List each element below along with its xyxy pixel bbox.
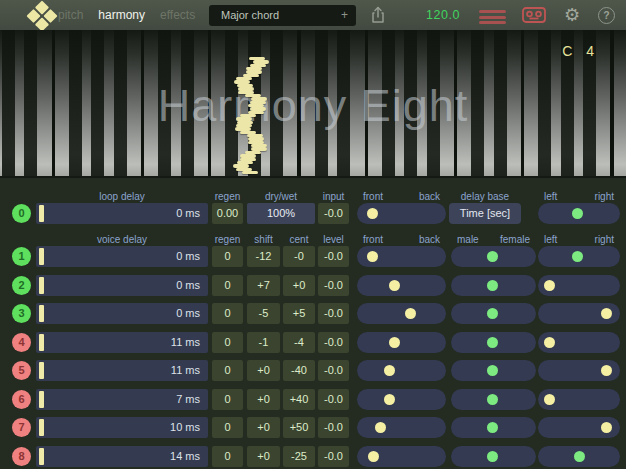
voice-index-badge[interactable]: 7 [12,418,31,437]
front-back-dot[interactable] [375,422,386,433]
regen-box[interactable]: 0 [212,332,243,353]
left-right-dot[interactable] [544,280,555,291]
front-back-dot[interactable] [405,308,416,319]
male-female-dot[interactable] [487,365,498,376]
slider-handle[interactable] [39,248,44,265]
left-right-pan[interactable] [538,417,620,438]
regen-box[interactable]: 0 [212,303,243,324]
left-right-pan[interactable] [538,332,620,353]
cent-box[interactable]: +5 [283,303,315,324]
slider-handle[interactable] [39,362,44,379]
male-female-pan[interactable] [451,303,536,324]
delay-base-button[interactable]: Time [sec] [449,203,521,224]
app-logo-icon[interactable] [26,0,57,31]
left-right-pan[interactable] [538,389,620,410]
tab-pitch[interactable]: pitch [58,8,83,22]
preset-add-icon[interactable]: + [341,5,348,26]
voice-index-badge[interactable]: 3 [12,304,31,323]
cent-box[interactable]: -40 [283,360,315,381]
front-back-dot[interactable] [367,208,378,219]
front-back-dot[interactable] [384,394,395,405]
voice-delay-slider[interactable]: 14 ms [36,446,208,467]
dry-wet-box[interactable]: 100% [247,203,315,224]
level-box[interactable]: -0.0 [318,275,349,296]
tempo-display[interactable]: 120.0 [419,0,467,30]
front-back-pan[interactable] [357,389,446,410]
level-box[interactable]: -0.0 [318,246,349,267]
left-right-pan[interactable] [538,446,620,467]
male-female-dot[interactable] [487,394,498,405]
tab-harmony[interactable]: harmony [98,8,145,22]
shift-box[interactable]: +0 [247,360,280,381]
level-box[interactable]: -0.0 [318,389,349,410]
male-female-pan[interactable] [451,446,536,467]
front-back-pan[interactable] [357,360,446,381]
male-female-pan[interactable] [451,389,536,410]
front-back-dot[interactable] [368,451,379,462]
slider-handle[interactable] [39,419,44,436]
front-back-pan[interactable] [357,275,446,296]
regen-box[interactable]: 0 [212,446,243,467]
left-right-dot[interactable] [601,365,612,376]
preset-dropdown[interactable]: Major chord + [209,5,356,26]
recorder-icon[interactable] [521,6,547,24]
menu-icon[interactable] [479,10,506,27]
male-female-dot[interactable] [487,422,498,433]
shift-box[interactable]: +0 [247,417,280,438]
slider-handle[interactable] [39,448,44,465]
gear-icon[interactable]: ⚙ [561,0,583,30]
cent-box[interactable]: -25 [283,446,315,467]
slider-handle[interactable] [39,334,44,351]
front-back-dot[interactable] [384,365,395,376]
left-right-dot[interactable] [572,208,583,219]
male-female-pan[interactable] [451,360,536,381]
left-right-pan[interactable] [538,203,620,224]
master-index-badge[interactable]: 0 [12,204,31,223]
left-right-dot[interactable] [572,251,583,262]
left-right-pan[interactable] [538,275,620,296]
shift-box[interactable]: +7 [247,275,280,296]
level-box[interactable]: -0.0 [318,417,349,438]
help-icon[interactable]: ? [598,7,615,24]
left-right-dot[interactable] [601,308,612,319]
front-back-dot[interactable] [389,337,400,348]
voice-index-badge[interactable]: 8 [12,447,31,466]
voice-delay-slider[interactable]: 7 ms [36,389,208,410]
level-box[interactable]: -0.0 [318,303,349,324]
front-back-pan[interactable] [357,417,446,438]
cent-box[interactable]: -0 [283,246,315,267]
slider-handle[interactable] [39,391,44,408]
regen-box[interactable]: 0 [212,417,243,438]
male-female-dot[interactable] [487,308,498,319]
front-back-pan[interactable] [357,303,446,324]
male-female-dot[interactable] [487,337,498,348]
voice-delay-slider[interactable]: 0 ms [36,303,208,324]
male-female-pan[interactable] [451,417,536,438]
shift-box[interactable]: -1 [247,332,280,353]
left-right-pan[interactable] [538,246,620,267]
regen-box[interactable]: 0 [212,275,243,296]
left-right-dot[interactable] [544,337,555,348]
voice-index-badge[interactable]: 6 [12,390,31,409]
regen-box[interactable]: 0 [212,246,243,267]
left-right-pan[interactable] [538,360,620,381]
left-right-dot[interactable] [544,394,555,405]
left-right-dot[interactable] [601,422,612,433]
left-right-dot[interactable] [574,451,585,462]
slider-handle[interactable] [39,305,44,322]
loop-delay-slider[interactable]: 0 ms [36,203,208,224]
shift-box[interactable]: -12 [247,246,280,267]
voice-delay-slider[interactable]: 0 ms [36,275,208,296]
voice-index-badge[interactable]: 1 [12,247,31,266]
left-right-pan[interactable] [538,303,620,324]
level-box[interactable]: -0.0 [318,332,349,353]
input-box[interactable]: -0.0 [318,203,349,224]
cent-box[interactable]: +0 [283,275,315,296]
front-back-dot[interactable] [367,251,378,262]
front-back-pan[interactable] [357,332,446,353]
tab-effects[interactable]: effects [160,8,195,22]
voice-delay-slider[interactable]: 10 ms [36,417,208,438]
front-back-pan[interactable] [357,246,446,267]
shift-box[interactable]: -5 [247,303,280,324]
share-icon[interactable] [369,6,387,24]
